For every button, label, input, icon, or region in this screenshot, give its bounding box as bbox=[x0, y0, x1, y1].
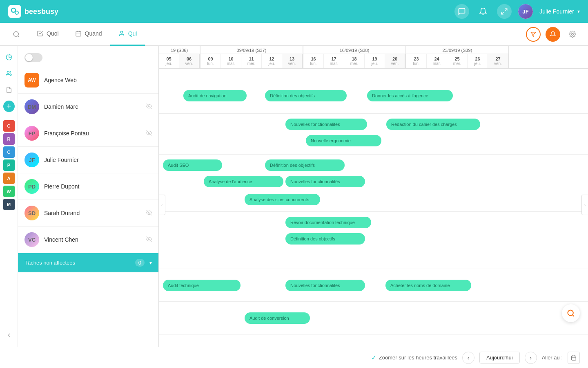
svg-point-19 bbox=[568, 310, 573, 316]
day-26: 26 jeu. bbox=[468, 54, 488, 68]
collapse-button[interactable] bbox=[2, 328, 16, 343]
week-s37: 09/09/19 (S37) 09 lun. 10 mar. 11 mer. bbox=[200, 46, 303, 68]
task-analyse-audience[interactable]: Analyse de l'audience bbox=[204, 176, 283, 187]
task-audit-seo[interactable]: Audit SEO bbox=[163, 159, 222, 171]
gantt-scroll-left[interactable]: ‹ bbox=[159, 195, 165, 215]
logo-icon[interactable] bbox=[8, 5, 21, 18]
logo-area: beesbusy bbox=[8, 5, 454, 18]
task-definition-objectifs-jf[interactable]: Définition des objectifs bbox=[285, 233, 365, 245]
sidebar-badge-a[interactable]: A bbox=[3, 173, 15, 184]
task-audit-navigation[interactable]: Audit de navigation bbox=[183, 90, 247, 101]
sidebar-icon-users[interactable] bbox=[2, 66, 16, 81]
person-name-pierre-dupont: Pierre Dupont bbox=[44, 183, 152, 190]
week-s36: 19 (S36) 05 jeu. 06 ven. bbox=[159, 46, 200, 68]
gantt-search-button[interactable] bbox=[562, 304, 580, 322]
check-icon: ✓ bbox=[371, 354, 376, 361]
week-label-s36: 19 (S36) bbox=[159, 46, 200, 54]
svg-line-20 bbox=[572, 315, 574, 316]
task-definition-objectifs-fp[interactable]: Définition des objectifs bbox=[265, 159, 345, 171]
bell-icon-btn[interactable] bbox=[476, 4, 490, 19]
svg-point-14 bbox=[7, 71, 9, 73]
person-row-sarah-durand[interactable]: SD Sarah Durand bbox=[18, 200, 158, 227]
svg-marker-12 bbox=[531, 32, 536, 36]
user-avatar[interactable]: JF bbox=[518, 4, 533, 19]
task-revoir-doc[interactable]: Revoir documentation technique bbox=[285, 217, 371, 228]
day-27: 27 ven. bbox=[488, 54, 508, 68]
task-audit-conversion[interactable]: Audit de conversion bbox=[245, 312, 310, 324]
eye-off-icon-vincent bbox=[146, 236, 152, 243]
svg-point-0 bbox=[11, 8, 16, 12]
eye-off-icon-damien bbox=[146, 103, 152, 110]
notification-button[interactable] bbox=[546, 27, 560, 42]
prev-button[interactable]: ‹ bbox=[462, 352, 474, 364]
person-name-francoise-pontau: Françoise Pontau bbox=[44, 130, 141, 137]
gantt-body: Réunion de conception Audit de navigatio… bbox=[159, 69, 588, 347]
gantt-header: 19 (S36) 05 jeu. 06 ven. 09/09/19 (S37) bbox=[159, 46, 588, 69]
main-layout: + C R C P A W M AW Agence Web DM Damien … bbox=[0, 46, 588, 347]
svg-point-13 bbox=[572, 33, 574, 35]
expand-icon: ▾ bbox=[149, 260, 152, 266]
unassigned-row[interactable]: Tâches non affectées 0 ▾ bbox=[18, 253, 158, 272]
day-11: 11 mer. bbox=[241, 54, 262, 68]
today-button[interactable]: Aujourd'hui bbox=[479, 352, 520, 364]
chevron-down-icon: ▾ bbox=[577, 9, 580, 14]
person-name-agence-web: Agence Web bbox=[44, 77, 152, 83]
sidebar-badge-p[interactable]: P bbox=[3, 159, 15, 171]
svg-rect-7 bbox=[76, 31, 81, 36]
task-nouvelles-fonctionnalites-dm[interactable]: Nouvelles fonctionnalités bbox=[285, 119, 367, 130]
task-definition-objectifs-1[interactable]: Définition des objectifs bbox=[265, 90, 347, 101]
sidebar-badge-c[interactable]: C bbox=[3, 120, 15, 132]
person-name-vincent-chen: Vincent Chen bbox=[44, 236, 141, 243]
tab-qui[interactable]: Qui bbox=[110, 23, 145, 46]
day-18: 18 mer. bbox=[344, 54, 365, 68]
eye-off-icon-sarah bbox=[146, 210, 152, 217]
task-nouvelle-ergonomie[interactable]: Nouvelle ergonomie bbox=[306, 135, 381, 146]
week-label-s37: 09/09/19 (S37) bbox=[200, 46, 303, 54]
task-nouvelles-fonctionnalites-pd[interactable]: Nouvelles fonctionnalités bbox=[285, 280, 365, 291]
task-acheter-domaines[interactable]: Acheter les noms de domaine bbox=[385, 280, 471, 291]
person-row-julie-fournier[interactable]: JF Julie Fournier bbox=[18, 147, 158, 173]
person-row-damien-marc[interactable]: DM Damien Marc bbox=[18, 94, 158, 120]
task-analyse-sites[interactable]: Analyse des sites concurrents bbox=[245, 194, 320, 205]
sidebar-icon-add[interactable]: + bbox=[3, 101, 15, 112]
view-toggle[interactable] bbox=[24, 53, 42, 62]
day-17: 17 mar. bbox=[324, 54, 344, 68]
person-row-vincent-chen[interactable]: VC Vincent Chen bbox=[18, 227, 158, 253]
settings-button[interactable] bbox=[565, 27, 580, 42]
sidebar-icon-chart[interactable] bbox=[2, 50, 16, 65]
svg-line-3 bbox=[505, 9, 507, 11]
fullscreen-icon-btn[interactable] bbox=[497, 4, 512, 19]
tab-quand[interactable]: Quand bbox=[67, 23, 110, 46]
day-09: 09 lun. bbox=[200, 54, 221, 68]
tab-quoi[interactable]: Quoi bbox=[29, 23, 67, 46]
task-donner-acces[interactable]: Donner les accès à l'agence bbox=[367, 90, 453, 101]
person-name-damien-marc: Damien Marc bbox=[44, 103, 141, 110]
task-redaction-cahier[interactable]: Rédaction du cahier des charges bbox=[386, 119, 480, 130]
gantt-scroll-right[interactable]: › bbox=[581, 195, 588, 215]
day-19: 19 jeu. bbox=[365, 54, 385, 68]
day-06: 06 ven. bbox=[179, 54, 200, 68]
task-nouvelles-fonctionnalites-fp[interactable]: Nouvelles fonctionnalités bbox=[285, 176, 365, 187]
sidebar-badge-m[interactable]: M bbox=[3, 199, 15, 210]
person-row-agence-web[interactable]: AW Agence Web bbox=[18, 67, 158, 94]
tab-quand-label: Quand bbox=[85, 30, 102, 37]
person-name-julie-fournier: Julie Fournier bbox=[44, 157, 152, 163]
user-area[interactable]: Julie Fournier ▾ bbox=[539, 8, 580, 15]
chat-icon-btn[interactable] bbox=[454, 4, 469, 19]
people-list: AW Agence Web DM Damien Marc FP François… bbox=[18, 46, 159, 347]
unassigned-label: Tâches non affectées bbox=[24, 260, 130, 266]
task-audit-technique[interactable]: Audit technique bbox=[163, 280, 241, 291]
search-button[interactable] bbox=[8, 26, 24, 43]
sidebar-badge-c2[interactable]: C bbox=[3, 146, 15, 158]
eye-off-icon-francoise bbox=[146, 130, 152, 137]
next-button[interactable]: › bbox=[525, 352, 537, 364]
sidebar-badge-r[interactable]: R bbox=[3, 133, 15, 145]
sidebar-badge-w[interactable]: W bbox=[3, 186, 15, 197]
person-row-pierre-dupont[interactable]: PD Pierre Dupont bbox=[18, 173, 158, 200]
app-name: beesbusy bbox=[24, 7, 58, 16]
filter-button[interactable] bbox=[526, 27, 541, 42]
avatar-sarah-durand: SD bbox=[24, 206, 39, 220]
person-row-francoise-pontau[interactable]: FP Françoise Pontau bbox=[18, 120, 158, 147]
calendar-button[interactable] bbox=[568, 352, 580, 364]
sidebar-icon-file[interactable] bbox=[2, 83, 16, 97]
